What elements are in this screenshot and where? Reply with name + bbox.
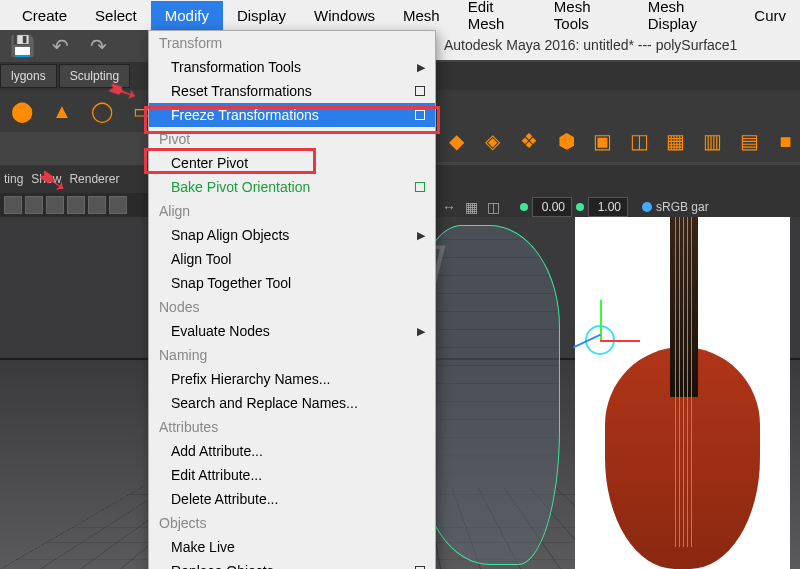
menu-meshtools[interactable]: Mesh Tools	[540, 0, 634, 38]
exposure-indicator	[520, 203, 528, 211]
prim2-icon[interactable]: ◈	[479, 125, 508, 157]
menu-item-add-attribute[interactable]: Add Attribute...	[149, 439, 435, 463]
gamma-field[interactable]: 1.00	[588, 197, 628, 217]
vp-icon-2[interactable]	[25, 196, 43, 214]
menu-item-edit-attribute[interactable]: Edit Attribute...	[149, 463, 435, 487]
menu-select[interactable]: Select	[81, 1, 151, 30]
mesh-wireframe	[420, 225, 560, 565]
viewport-icon-bar	[0, 193, 148, 217]
menu-item-label: Center Pivot	[171, 155, 248, 171]
menu-modify[interactable]: Modify	[151, 1, 223, 30]
menu-item-label: Transformation Tools	[171, 59, 301, 75]
menu-item-center-pivot[interactable]: Center Pivot	[149, 151, 435, 175]
menu-item-search-and-replace-names[interactable]: Search and Replace Names...	[149, 391, 435, 415]
colorspace-label[interactable]: sRGB gar	[656, 200, 709, 214]
menu-item-label: Snap Align Objects	[171, 227, 289, 243]
exposure-field[interactable]: 0.00	[532, 197, 572, 217]
menu-section-header: Transform	[149, 31, 435, 55]
menu-item-label: Replace Objects	[171, 563, 274, 569]
menu-display[interactable]: Display	[223, 1, 300, 30]
menu-item-evaluate-nodes[interactable]: Evaluate Nodes▶	[149, 319, 435, 343]
undo-icon[interactable]: ↶	[44, 30, 76, 62]
menu-item-label: Freeze Transformations	[171, 107, 319, 123]
menu-section-header: Nodes	[149, 295, 435, 319]
menu-create[interactable]: Create	[8, 1, 81, 30]
menu-item-transformation-tools[interactable]: Transformation Tools▶	[149, 55, 435, 79]
menu-curves[interactable]: Curv	[740, 1, 800, 30]
menu-meshdisplay[interactable]: Mesh Display	[634, 0, 741, 38]
panel-renderer[interactable]: Renderer	[69, 172, 119, 186]
menu-item-make-live[interactable]: Make Live	[149, 535, 435, 559]
vp-icon-5[interactable]	[88, 196, 106, 214]
boxselect-icon[interactable]: ▣	[588, 125, 617, 157]
pan-icon[interactable]: ↔	[440, 198, 458, 216]
gizmo-x-axis[interactable]	[600, 340, 640, 342]
menu-section-header: Naming	[149, 343, 435, 367]
menu-section-header: Pivot	[149, 127, 435, 151]
transform-gizmo[interactable]	[560, 300, 640, 380]
save-icon[interactable]: 💾	[6, 30, 38, 62]
menu-editmesh[interactable]: Edit Mesh	[454, 0, 540, 38]
option-box-icon[interactable]	[415, 110, 425, 120]
menu-mesh[interactable]: Mesh	[389, 1, 454, 30]
menu-item-delete-attribute[interactable]: Delete Attribute...	[149, 487, 435, 511]
tab-sculpting[interactable]: Sculpting	[59, 64, 130, 88]
submenu-arrow-icon: ▶	[417, 61, 425, 74]
panel-show[interactable]: Show	[31, 172, 61, 186]
menu-item-freeze-transformations[interactable]: Freeze Transformations	[149, 103, 435, 127]
vp-icon-1[interactable]	[4, 196, 22, 214]
submenu-arrow-icon: ▶	[417, 229, 425, 242]
shelf-row-right: ◆ ◈ ❖ ⬢ ▣ ◫ ▦ ▥ ▤ ■	[436, 120, 800, 162]
solid-icon[interactable]: ■	[771, 125, 800, 157]
colorspace-indicator	[642, 202, 652, 212]
selected-mesh[interactable]	[420, 225, 560, 565]
option-box-icon[interactable]	[415, 86, 425, 96]
edge-icon[interactable]: ▥	[698, 125, 727, 157]
title-text: Autodesk Maya 2016: untitled* --- polySu…	[444, 37, 737, 53]
menu-item-bake-pivot-orientation[interactable]: Bake Pivot Orientation	[149, 175, 435, 199]
redo-icon[interactable]: ↷	[82, 30, 114, 62]
cam-icon[interactable]: ◫	[484, 198, 502, 216]
menubar: Create Select Modify Display Windows Mes…	[0, 0, 800, 30]
menu-item-align-tool[interactable]: Align Tool	[149, 247, 435, 271]
menu-item-prefix-hierarchy-names[interactable]: Prefix Hierarchy Names...	[149, 367, 435, 391]
layers-icon[interactable]: ❖	[515, 125, 544, 157]
menu-windows[interactable]: Windows	[300, 1, 389, 30]
menu-item-label: Prefix Hierarchy Names...	[171, 371, 330, 387]
option-box-icon[interactable]	[415, 182, 425, 192]
sphere-icon[interactable]: ⬤	[6, 95, 38, 127]
vp-icon-4[interactable]	[67, 196, 85, 214]
menu-item-snap-together-tool[interactable]: Snap Together Tool	[149, 271, 435, 295]
violin-strings	[675, 217, 693, 547]
vert-icon[interactable]: ▤	[735, 125, 764, 157]
prim1-icon[interactable]: ◆	[442, 125, 471, 157]
wire-icon[interactable]: ◫	[625, 125, 654, 157]
menu-item-label: Snap Together Tool	[171, 275, 291, 291]
menu-item-label: Reset Transformations	[171, 83, 312, 99]
menu-item-label: Edit Attribute...	[171, 467, 262, 483]
panel-lighting[interactable]: ting	[4, 172, 23, 186]
menu-item-label: Add Attribute...	[171, 443, 263, 459]
menu-section-header: Objects	[149, 511, 435, 535]
menu-item-reset-transformations[interactable]: Reset Transformations	[149, 79, 435, 103]
submenu-arrow-icon: ▶	[417, 325, 425, 338]
vp-icon-3[interactable]	[46, 196, 64, 214]
vp-icon-6[interactable]	[109, 196, 127, 214]
gamma-indicator	[576, 203, 584, 211]
menu-item-label: Bake Pivot Orientation	[171, 179, 310, 195]
menu-item-label: Make Live	[171, 539, 235, 555]
image-plane-violin[interactable]	[575, 217, 790, 569]
view-icon[interactable]: ▦	[462, 198, 480, 216]
menu-section-header: Attributes	[149, 415, 435, 439]
pyramid-icon[interactable]: ▲	[46, 95, 78, 127]
menu-item-snap-align-objects[interactable]: Snap Align Objects▶	[149, 223, 435, 247]
tab-polygons[interactable]: lygons	[0, 64, 57, 88]
menu-item-label: Align Tool	[171, 251, 231, 267]
menu-item-label: Search and Replace Names...	[171, 395, 358, 411]
menu-item-replace-objects[interactable]: Replace Objects	[149, 559, 435, 569]
cube-icon[interactable]: ⬢	[552, 125, 581, 157]
face-icon[interactable]: ▦	[662, 125, 691, 157]
torus-icon[interactable]: ◯	[86, 95, 118, 127]
menu-section-header: Align	[149, 199, 435, 223]
menu-item-label: Evaluate Nodes	[171, 323, 270, 339]
